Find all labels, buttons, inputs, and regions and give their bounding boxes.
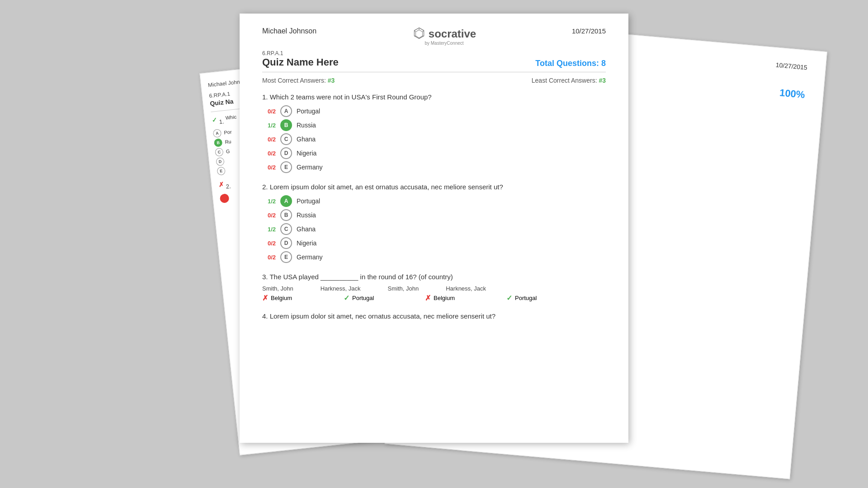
q2-b-circle: B (280, 209, 292, 221)
q3-header-2: Smith, John (388, 285, 419, 292)
q3-resp-0: ✗ Belgium (262, 294, 316, 302)
most-correct-value: #3 (328, 77, 335, 84)
q3-resp-3-icon: ✓ (506, 294, 512, 302)
most-correct-label: Most Correct Answers: (262, 77, 326, 84)
q2-body: Lorem ipsum dolor sit amet, an est ornat… (270, 183, 503, 191)
left-circle-b: B (214, 138, 223, 147)
header-divider (262, 72, 606, 72)
left-circle-e: E (217, 167, 226, 176)
q3-response-table: Smith, John Harkness, Jack Smith, John H… (262, 285, 606, 302)
left-q1-number: 1. (219, 118, 224, 125)
q3-resp-2-text: Belgium (434, 295, 455, 301)
left-circle-a: A (213, 129, 222, 138)
q2-a-score: 1/2 (262, 198, 276, 205)
q3-body: The USA played __________ in the round o… (269, 273, 453, 281)
q2-e-score: 0/2 (262, 254, 276, 261)
left-q2-filled-circle (220, 193, 230, 203)
q3-resp-1-text: Portugal (352, 295, 374, 301)
q2-b-score: 0/2 (262, 212, 276, 219)
q1-c-circle: C (280, 133, 292, 145)
socrative-icon (412, 27, 426, 41)
q2-text: 2. Lorem ipsum dolor sit amet, an est or… (262, 183, 606, 191)
q1-text: 1. Which 2 teams were not in USA's First… (262, 93, 606, 101)
q1-a-circle: A (280, 105, 292, 117)
q1-answer-d: 0/2 D Nigeria (262, 147, 606, 159)
q3-response-headers: Smith, John Harkness, Jack Smith, John H… (262, 285, 606, 292)
q2-answer-b: 0/2 B Russia (262, 209, 606, 221)
correct-answers-row: Most Correct Answers: #3 Least Correct A… (262, 77, 606, 84)
question-1: 1. Which 2 teams were not in USA's First… (262, 93, 606, 173)
q3-resp-0-icon: ✗ (262, 294, 268, 302)
q1-c-score: 0/2 (262, 136, 276, 143)
q1-b-score: 1/2 (262, 122, 276, 129)
left-circle-c: C (215, 148, 224, 157)
q1-answer-c: 0/2 C Ghana (262, 133, 606, 145)
left-circle-d: D (216, 157, 225, 166)
left-a-text: Por (224, 129, 232, 136)
q2-a-circle: A (280, 195, 292, 207)
q1-answer-e: 0/2 E Germany (262, 161, 606, 173)
q2-a-text: Portugal (297, 197, 320, 205)
q2-e-text: Germany (297, 253, 323, 261)
svg-marker-1 (415, 30, 422, 38)
q2-answer-a: 1/2 A Portugal (262, 195, 606, 207)
q1-number: 1. (262, 93, 268, 101)
q1-d-text: Nigeria (297, 150, 316, 157)
student-name: Michael Johnson (262, 27, 316, 35)
q1-b-circle: B (280, 119, 292, 131)
q1-e-text: Germany (297, 164, 323, 171)
quiz-left: 6.RP.A.1 Quiz Name Here (262, 50, 339, 68)
left-q1-text: Whic (225, 114, 237, 120)
q1-c-text: Ghana (297, 136, 316, 143)
q1-b-text: Russia (297, 122, 316, 129)
q3-response-data: ✗ Belgium ✓ Portugal ✗ Belgium ✓ Portuga… (262, 294, 606, 302)
standard-label: 6.RP.A.1 (262, 50, 339, 56)
paper-date: 10/27/2015 (572, 27, 606, 35)
q2-c-text: Ghana (297, 225, 316, 233)
question-3: 3. The USA played __________ in the roun… (262, 273, 606, 302)
q3-resp-3-text: Portugal (515, 295, 537, 301)
q1-a-text: Portugal (297, 108, 320, 115)
q2-d-circle: D (280, 237, 292, 249)
logo-area: socrative by MasteryConnect (412, 27, 476, 46)
q3-resp-3: ✓ Portugal (506, 294, 561, 302)
main-paper: Michael Johnson socrative by MasteryConn… (240, 14, 628, 443)
question-4: 4. Lorem ipsum dolor sit amet, nec ornat… (262, 312, 606, 320)
q2-answer-e: 0/2 E Germany (262, 251, 606, 263)
least-correct-value: #3 (599, 77, 606, 84)
left-q1-check-icon: ✓ (211, 116, 217, 124)
total-questions-value: 8 (601, 59, 606, 68)
q2-c-circle: C (280, 223, 292, 235)
q3-header-0: Smith, John (262, 285, 293, 292)
q1-body: Which 2 teams were not in USA's First Ro… (270, 93, 432, 101)
q3-number: 3. (262, 273, 268, 281)
q1-a-score: 0/2 (262, 108, 276, 115)
left-q2-number: 2. (226, 183, 231, 190)
q4-text: 4. Lorem ipsum dolor sit amet, nec ornat… (262, 312, 606, 320)
q2-d-text: Nigeria (297, 239, 316, 247)
most-correct: Most Correct Answers: #3 (262, 77, 335, 84)
q3-text: 3. The USA played __________ in the roun… (262, 273, 606, 281)
total-questions-block: Total Questions: 8 (535, 59, 606, 68)
q2-number: 2. (262, 183, 268, 191)
q1-d-circle: D (280, 147, 292, 159)
total-questions: Total Questions: 8 (535, 59, 606, 68)
q2-d-score: 0/2 (262, 240, 276, 247)
q4-body: Lorem ipsum dolor sit amet, nec ornatus … (270, 312, 495, 320)
logo-name: socrative (429, 28, 476, 40)
q2-b-text: Russia (297, 211, 316, 219)
q3-resp-1-icon: ✓ (344, 294, 349, 302)
q3-resp-2-icon: ✗ (425, 294, 431, 302)
least-correct: Least Correct Answers: #3 (532, 77, 606, 84)
q2-c-score: 1/2 (262, 226, 276, 233)
least-correct-label: Least Correct Answers: (532, 77, 597, 84)
q3-header-3: Harkness, Jack (446, 285, 486, 292)
q2-answer-d: 0/2 D Nigeria (262, 237, 606, 249)
left-b-text: Ru (225, 139, 231, 145)
question-2: 2. Lorem ipsum dolor sit amet, an est or… (262, 183, 606, 263)
total-questions-label: Total Questions: (535, 59, 599, 68)
logo: socrative (412, 27, 476, 41)
q3-header-1: Harkness, Jack (321, 285, 361, 292)
left-c-text: G (226, 148, 230, 154)
q1-d-score: 0/2 (262, 150, 276, 157)
